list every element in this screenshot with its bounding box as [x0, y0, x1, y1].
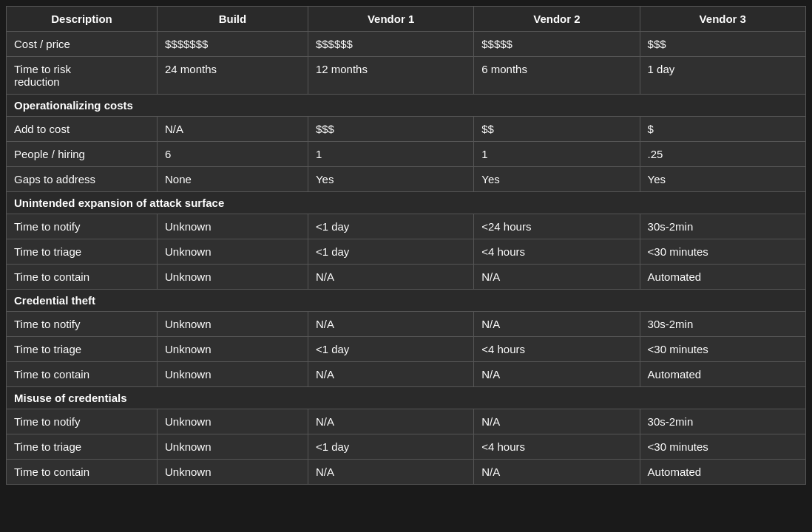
cell-15-1: Unknown	[157, 409, 308, 434]
cell-16-2: <1 day	[308, 434, 473, 460]
cell-15-0: Time to notify	[7, 409, 158, 434]
header-vendor2: Vendor 2	[474, 7, 640, 32]
cell-0-1: $$$$$$$	[157, 32, 308, 57]
cell-7-1: Unknown	[157, 214, 308, 239]
cell-4-1: 6	[157, 142, 308, 167]
table-row: Time to notifyUnknownN/AN/A30s-2min	[7, 409, 806, 434]
cell-1-3: 6 months	[474, 57, 640, 95]
cell-4-2: 1	[308, 142, 473, 167]
cell-9-1: Unknown	[157, 265, 308, 290]
table-row: Time to triageUnknown<1 day<4 hours<30 m…	[7, 239, 806, 265]
cell-3-3: $$	[474, 117, 640, 142]
cell-3-4: $	[640, 117, 805, 142]
table-row: Time to containUnknownN/AN/AAutomated	[7, 265, 806, 290]
cell-12-1: Unknown	[157, 337, 308, 362]
cell-17-3: N/A	[474, 460, 640, 485]
cell-12-3: <4 hours	[474, 337, 640, 362]
section-label: Credential theft	[7, 290, 806, 312]
cell-3-2: $$$	[308, 117, 473, 142]
cell-11-3: N/A	[474, 312, 640, 337]
table-row: Time to notifyUnknown<1 day<24 hours30s-…	[7, 214, 806, 239]
header-vendor3: Vendor 3	[640, 7, 805, 32]
cell-8-1: Unknown	[157, 239, 308, 265]
cell-1-0: Time to riskreduction	[7, 57, 158, 95]
table-row: Time to notifyUnknownN/AN/A30s-2min	[7, 312, 806, 337]
cell-3-0: Add to cost	[7, 117, 158, 142]
cell-15-3: N/A	[474, 409, 640, 434]
cell-8-2: <1 day	[308, 239, 473, 265]
cell-7-3: <24 hours	[474, 214, 640, 239]
cell-13-2: N/A	[308, 362, 473, 387]
cell-12-0: Time to triage	[7, 337, 158, 362]
cell-13-1: Unknown	[157, 362, 308, 387]
table-row: Time to riskreduction24 months12 months6…	[7, 57, 806, 95]
cell-1-1: 24 months	[157, 57, 308, 95]
cell-15-4: 30s-2min	[640, 409, 805, 434]
table-row: People / hiring611.25	[7, 142, 806, 167]
section-label: Unintended expansion of attack surface	[7, 192, 806, 214]
cell-16-1: Unknown	[157, 434, 308, 460]
cell-0-0: Cost / price	[7, 32, 158, 57]
cell-5-0: Gaps to address	[7, 167, 158, 192]
cell-11-4: 30s-2min	[640, 312, 805, 337]
cell-9-4: Automated	[640, 265, 805, 290]
cell-0-3: $$$$$	[474, 32, 640, 57]
cell-4-3: 1	[474, 142, 640, 167]
section-label: Operationalizing costs	[7, 95, 806, 117]
cell-13-3: N/A	[474, 362, 640, 387]
cell-11-0: Time to notify	[7, 312, 158, 337]
comparison-table: Description Build Vendor 1 Vendor 2 Vend…	[6, 6, 806, 485]
section-header-row: Credential theft	[7, 290, 806, 312]
cell-9-2: N/A	[308, 265, 473, 290]
cell-9-3: N/A	[474, 265, 640, 290]
header-description: Description	[7, 7, 158, 32]
section-header-row: Operationalizing costs	[7, 95, 806, 117]
table-row: Time to triageUnknown<1 day<4 hours<30 m…	[7, 337, 806, 362]
header-build: Build	[157, 7, 308, 32]
cell-12-4: <30 minutes	[640, 337, 805, 362]
table-row: Time to triageUnknown<1 day<4 hours<30 m…	[7, 434, 806, 460]
section-header-row: Unintended expansion of attack surface	[7, 192, 806, 214]
cell-0-4: $$$	[640, 32, 805, 57]
cell-17-1: Unknown	[157, 460, 308, 485]
section-label: Misuse of credentials	[7, 387, 806, 409]
cell-16-0: Time to triage	[7, 434, 158, 460]
cell-1-4: 1 day	[640, 57, 805, 95]
cell-7-4: 30s-2min	[640, 214, 805, 239]
cell-0-2: $$$$$$	[308, 32, 473, 57]
cell-7-2: <1 day	[308, 214, 473, 239]
cell-8-3: <4 hours	[474, 239, 640, 265]
cell-5-2: Yes	[308, 167, 473, 192]
header-vendor1: Vendor 1	[308, 7, 473, 32]
cell-1-2: 12 months	[308, 57, 473, 95]
cell-5-4: Yes	[640, 167, 805, 192]
table-row: Time to containUnknownN/AN/AAutomated	[7, 362, 806, 387]
cell-3-1: N/A	[157, 117, 308, 142]
table-row: Cost / price$$$$$$$$$$$$$$$$$$$$$	[7, 32, 806, 57]
cell-11-1: Unknown	[157, 312, 308, 337]
cell-17-0: Time to contain	[7, 460, 158, 485]
cell-8-4: <30 minutes	[640, 239, 805, 265]
table-row: Gaps to addressNoneYesYesYes	[7, 167, 806, 192]
cell-12-2: <1 day	[308, 337, 473, 362]
cell-16-4: <30 minutes	[640, 434, 805, 460]
cell-5-3: Yes	[474, 167, 640, 192]
cell-17-4: Automated	[640, 460, 805, 485]
cell-7-0: Time to notify	[7, 214, 158, 239]
cell-13-0: Time to contain	[7, 362, 158, 387]
cell-4-4: .25	[640, 142, 805, 167]
cell-17-2: N/A	[308, 460, 473, 485]
cell-11-2: N/A	[308, 312, 473, 337]
table-row: Time to containUnknownN/AN/AAutomated	[7, 460, 806, 485]
cell-8-0: Time to triage	[7, 239, 158, 265]
cell-9-0: Time to contain	[7, 265, 158, 290]
cell-13-4: Automated	[640, 362, 805, 387]
cell-5-1: None	[157, 167, 308, 192]
cell-15-2: N/A	[308, 409, 473, 434]
table-row: Add to costN/A$$$$$$	[7, 117, 806, 142]
section-header-row: Misuse of credentials	[7, 387, 806, 409]
cell-16-3: <4 hours	[474, 434, 640, 460]
cell-4-0: People / hiring	[7, 142, 158, 167]
